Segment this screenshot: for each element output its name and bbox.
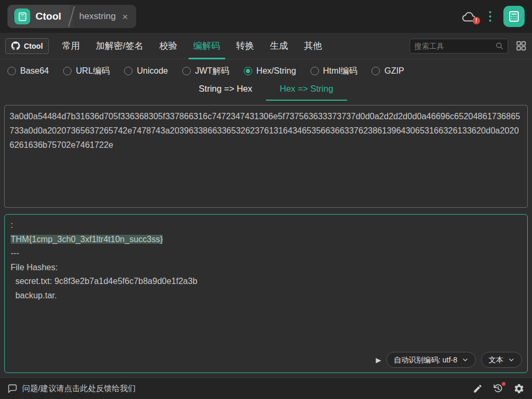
radio-label: Unicode <box>137 66 168 76</box>
history-alert-dot <box>502 382 506 386</box>
format-select-value: 文本 <box>489 353 503 367</box>
nav-item-other[interactable]: 其他 <box>296 33 330 59</box>
ctool-logo-icon <box>14 8 30 24</box>
all-tools-grid-button[interactable] <box>516 40 527 51</box>
tool-search-box[interactable] <box>410 39 508 54</box>
radio-circle-icon <box>371 67 380 75</box>
search-icon <box>495 42 503 50</box>
radio-circle-icon <box>63 67 72 75</box>
tab-hex-to-string[interactable]: Hex => String <box>266 79 347 101</box>
titlebar-actions: ! <box>462 6 525 27</box>
feedback-chat-icon <box>7 384 17 394</box>
statusbar-actions <box>473 383 525 394</box>
hex-input-textarea[interactable]: 3a0d0a54484d7b31636d705f336368305f337866… <box>4 105 528 208</box>
radio-jwt-decode[interactable]: JWT解码 <box>182 66 229 77</box>
radio-hex-string[interactable]: Hex/String <box>244 66 296 76</box>
more-menu-button[interactable] <box>488 9 492 24</box>
tab-string-to-hex[interactable]: String => Hex <box>185 79 266 101</box>
settings-gear-icon[interactable] <box>513 383 525 394</box>
radio-base64[interactable]: Base64 <box>7 66 49 76</box>
selected-text: THM{1cmp_3ch0_3xf1ltr4t10n_succ3ss} <box>11 235 163 244</box>
github-button[interactable]: Ctool <box>5 38 49 54</box>
main-nav-bar: Ctool 常用 加解密/签名 校验 编解码 转换 生成 其他 <box>0 33 532 59</box>
github-icon <box>11 41 20 50</box>
nav-item-checksum[interactable]: 校验 <box>152 33 185 59</box>
format-select[interactable]: 文本 <box>481 352 522 368</box>
output-line: : <box>11 218 521 233</box>
close-tab-icon[interactable]: × <box>122 12 128 22</box>
decoded-output-textarea[interactable]: : THM{1cmp_3ch0_3xf1ltr4t10n_succ3ss} --… <box>4 214 528 373</box>
cloud-alert-badge: ! <box>473 17 480 24</box>
window-tab-group: Ctool hexstring × <box>7 5 136 28</box>
status-bar: 问题/建议请点击此处反馈给我们 <box>0 377 532 399</box>
history-button[interactable] <box>493 383 503 394</box>
output-line: secret.txt: 9c8f3e2b7a1d4e5f6c7b8a9d0e1f… <box>11 274 521 289</box>
output-line: File Hashes: <box>11 261 521 275</box>
output-line: --- <box>11 246 521 261</box>
grid-icon <box>516 40 527 51</box>
github-button-label: Ctool <box>24 42 43 50</box>
radio-label: Html编码 <box>323 66 358 77</box>
radio-label: URL编码 <box>76 66 110 77</box>
radio-circle-icon <box>244 67 252 75</box>
tool-workspace: 3a0d0a54484d7b31636d705f336368305f337866… <box>0 101 532 377</box>
chevron-down-icon <box>462 357 468 363</box>
search-input[interactable] <box>414 42 495 50</box>
radio-label: Base64 <box>20 66 49 76</box>
cloud-sync-button[interactable]: ! <box>462 11 477 23</box>
tool-tab-label: hexstring <box>79 11 116 22</box>
output-line: backup.tar. <box>11 289 521 303</box>
radio-html-encode[interactable]: Html编码 <box>311 66 358 77</box>
nav-item-crypto-sign[interactable]: 加解密/签名 <box>88 33 152 59</box>
radio-unicode[interactable]: Unicode <box>124 66 168 76</box>
radio-url-encode[interactable]: URL编码 <box>63 66 110 77</box>
nav-menu: 常用 加解密/签名 校验 编解码 转换 生成 其他 <box>54 33 330 59</box>
nav-item-common[interactable]: 常用 <box>54 33 88 59</box>
title-bar: Ctool hexstring × ! <box>0 0 532 33</box>
radio-circle-icon <box>182 67 191 75</box>
encoding-select-value: 自动识别编码: utf-8 <box>394 353 457 367</box>
nav-item-encode-decode[interactable]: 编解码 <box>185 33 228 59</box>
radio-label: GZIP <box>384 66 404 76</box>
radio-circle-icon <box>311 67 319 75</box>
radio-label: Hex/String <box>256 66 296 76</box>
tool-tab-hexstring[interactable]: hexstring × <box>73 5 136 28</box>
output-line: THM{1cmp_3ch0_3xf1ltr4t10n_succ3ss} <box>11 233 521 247</box>
app-tab-label: Ctool <box>36 11 61 22</box>
conversion-mode-tabs: String => Hex Hex => String <box>0 79 532 101</box>
output-controls: ▶ 自动识别编码: utf-8 文本 <box>376 352 522 368</box>
radio-circle-icon <box>7 67 16 75</box>
ctool-app-icon-button[interactable] <box>503 6 525 27</box>
nav-item-convert[interactable]: 转换 <box>228 33 262 59</box>
radio-label: JWT解码 <box>195 66 229 77</box>
radio-gzip[interactable]: GZIP <box>371 66 404 76</box>
codec-option-row: Base64 URL编码 Unicode JWT解码 Hex/String Ht… <box>0 59 532 79</box>
encoding-select[interactable]: 自动识别编码: utf-8 <box>386 352 476 368</box>
feedback-link[interactable]: 问题/建议请点击此处反馈给我们 <box>22 384 136 394</box>
app-tab-ctool[interactable]: Ctool <box>7 5 70 28</box>
expand-options-icon[interactable]: ▶ <box>376 357 381 363</box>
calculator-icon <box>508 10 520 23</box>
radio-circle-icon <box>124 67 132 75</box>
chevron-down-icon <box>508 357 515 363</box>
nav-item-generate[interactable]: 生成 <box>262 33 296 59</box>
edit-pen-icon[interactable] <box>473 384 483 394</box>
